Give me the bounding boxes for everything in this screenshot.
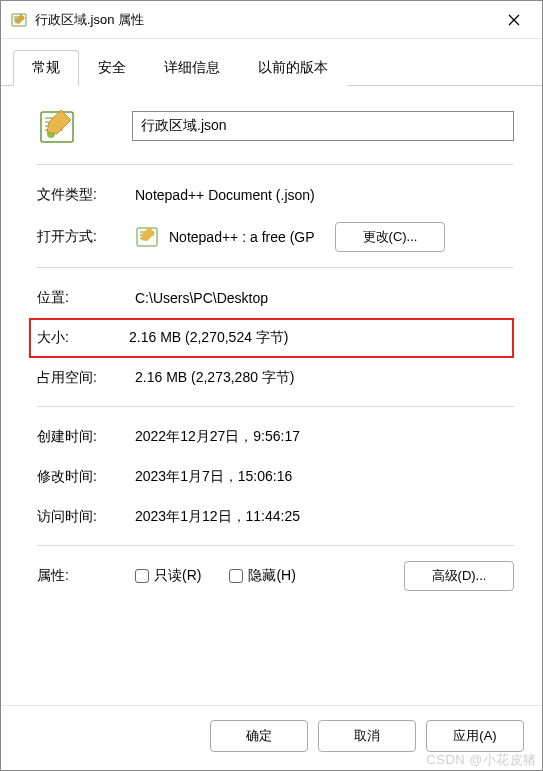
size-label: 大小: [37,329,129,347]
size-on-disk-label: 占用空间: [37,369,135,387]
modified-row: 修改时间: 2023年1月7日，15:06:16 [37,457,514,497]
location-row: 位置: C:\Users\PC\Desktop [37,278,514,318]
file-name-input[interactable] [132,111,514,141]
size-value: 2.16 MB (2,270,524 字节) [129,329,506,347]
size-on-disk-row: 占用空间: 2.16 MB (2,273,280 字节) [37,358,514,398]
close-icon [508,14,520,26]
notepadpp-file-icon [37,106,77,146]
accessed-value: 2023年1月12日，11:44:25 [135,508,514,526]
tab-details[interactable]: 详细信息 [145,50,239,86]
readonly-label: 只读(R) [154,567,201,585]
open-with-label: 打开方式: [37,228,135,246]
location-value: C:\Users\PC\Desktop [135,290,514,306]
dialog-footer: 确定 取消 应用(A) [1,705,542,770]
modified-label: 修改时间: [37,468,135,486]
close-button[interactable] [494,5,534,35]
notepadpp-app-icon [135,225,159,249]
window-title: 行政区域.json 属性 [35,11,494,29]
size-row-highlighted: 大小: 2.16 MB (2,270,524 字节) [29,318,514,358]
created-row: 创建时间: 2022年12月27日，9:56:17 [37,417,514,457]
created-label: 创建时间: [37,428,135,446]
created-value: 2022年12月27日，9:56:17 [135,428,514,446]
attributes-row: 属性: 只读(R) 隐藏(H) 高级(D)... [37,556,514,596]
hidden-label: 隐藏(H) [248,567,295,585]
advanced-button[interactable]: 高级(D)... [404,561,514,591]
file-name-row [37,106,514,146]
file-type-row: 文件类型: Notepad++ Document (.json) [37,175,514,215]
divider [37,267,514,268]
size-on-disk-value: 2.16 MB (2,273,280 字节) [135,369,514,387]
tab-security[interactable]: 安全 [79,50,145,86]
accessed-label: 访问时间: [37,508,135,526]
ok-button[interactable]: 确定 [210,720,308,752]
attributes-group: 只读(R) 隐藏(H) [135,567,404,585]
cancel-button[interactable]: 取消 [318,720,416,752]
hidden-checkbox-item[interactable]: 隐藏(H) [229,567,295,585]
tab-previous-versions[interactable]: 以前的版本 [239,50,347,86]
accessed-row: 访问时间: 2023年1月12日，11:44:25 [37,497,514,537]
change-button[interactable]: 更改(C)... [335,222,445,252]
apply-button[interactable]: 应用(A) [426,720,524,752]
properties-dialog: 行政区域.json 属性 常规 安全 详细信息 以前的版本 文件类型: Note… [0,0,543,771]
tab-bar: 常规 安全 详细信息 以前的版本 [1,39,542,86]
divider [37,545,514,546]
divider [37,164,514,165]
open-with-value: Notepad++ : a free (GP [169,229,335,245]
tab-general[interactable]: 常规 [13,50,79,86]
file-type-label: 文件类型: [37,186,135,204]
attributes-label: 属性: [37,567,135,585]
general-panel: 文件类型: Notepad++ Document (.json) 打开方式: N… [1,86,542,705]
titlebar: 行政区域.json 属性 [1,1,542,39]
file-type-value: Notepad++ Document (.json) [135,187,514,203]
notepadpp-title-icon [11,12,27,28]
location-label: 位置: [37,289,135,307]
open-with-row: 打开方式: Notepad++ : a free (GP 更改(C)... [37,215,514,259]
hidden-checkbox[interactable] [229,569,243,583]
divider [37,406,514,407]
readonly-checkbox-item[interactable]: 只读(R) [135,567,201,585]
modified-value: 2023年1月7日，15:06:16 [135,468,514,486]
readonly-checkbox[interactable] [135,569,149,583]
